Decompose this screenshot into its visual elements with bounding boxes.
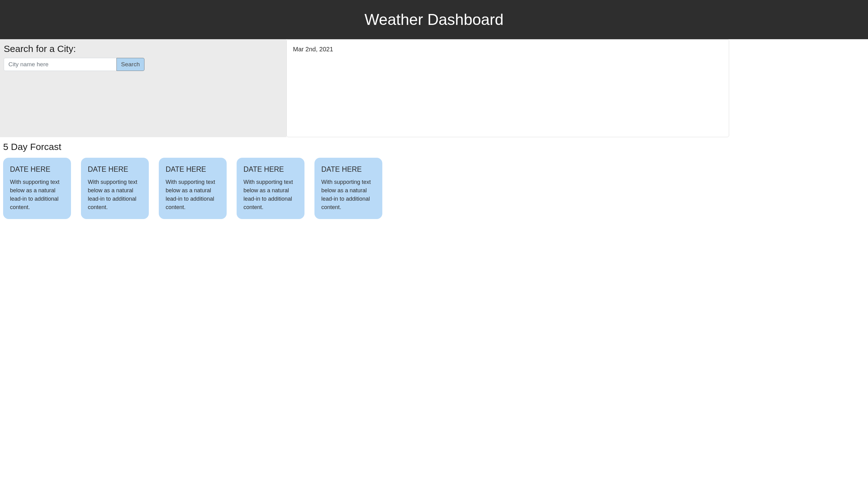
forecast-card-body: With supporting text below as a natural … [166,178,220,212]
page-title: Weather Dashboard [0,10,868,29]
forecast-card: DATE HERE With supporting text below as … [159,158,227,219]
forecast-card-title: DATE HERE [10,165,64,173]
forecast-row: DATE HERE With supporting text below as … [3,158,865,219]
forecast-card-body: With supporting text below as a natural … [10,178,64,212]
forecast-card: DATE HERE With supporting text below as … [237,158,305,219]
search-button[interactable]: Search [117,58,145,71]
main-row: Search for a City: Search Mar 2nd, 2021 [0,39,868,137]
forecast-card: DATE HERE With supporting text below as … [314,158,382,219]
search-input-group: Search [4,58,145,71]
page-header: Weather Dashboard [0,0,868,39]
forecast-card-body: With supporting text below as a natural … [244,178,298,212]
search-panel: Search for a City: Search [0,39,286,137]
forecast-card-body: With supporting text below as a natural … [88,178,142,212]
city-search-input[interactable] [4,58,117,71]
forecast-heading: 5 Day Forcast [3,141,865,152]
current-date-text: Mar 2nd, 2021 [293,46,723,53]
forecast-card: DATE HERE With supporting text below as … [3,158,71,219]
current-weather-panel: Mar 2nd, 2021 [286,39,729,137]
search-heading: Search for a City: [4,43,283,54]
forecast-card: DATE HERE With supporting text below as … [81,158,149,219]
forecast-section: 5 Day Forcast DATE HERE With supporting … [0,137,868,223]
forecast-card-title: DATE HERE [166,165,220,173]
forecast-card-title: DATE HERE [321,165,375,173]
forecast-card-body: With supporting text below as a natural … [321,178,375,212]
forecast-card-title: DATE HERE [244,165,298,173]
forecast-card-title: DATE HERE [88,165,142,173]
